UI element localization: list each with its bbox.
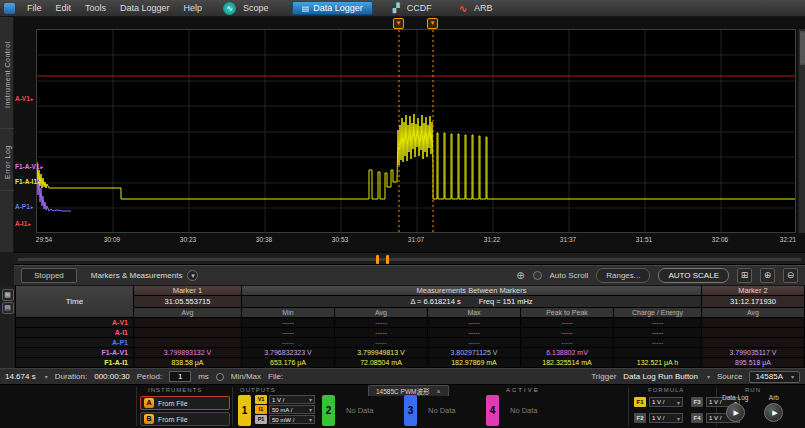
cell: 182.97869 mA (428, 358, 521, 368)
ranges-button[interactable]: Ranges... (596, 268, 650, 283)
p1-scale-select[interactable]: 50 mW / ▾ (269, 415, 315, 424)
i1-scale-select[interactable]: 50 mA / ▾ (269, 405, 315, 414)
waveform-plot[interactable] (36, 29, 796, 233)
toolbar-scope-button[interactable]: Scope (236, 0, 276, 16)
axis-label-a-i1[interactable]: A-I1▸ (15, 220, 31, 228)
horizontal-scrollbar[interactable] (14, 252, 805, 265)
scroll-marker-2-tick[interactable] (386, 255, 389, 264)
row-label-a-p1[interactable]: A-P1 (16, 338, 134, 348)
channel-1-power-row: P1 50 mW / ▾ (255, 415, 315, 424)
axis-label-f1-a-i1[interactable]: F1-A-I1▸ (15, 178, 41, 186)
x-axis-labels: 29:54 30:09 30:23 30:38 30:53 31:07 31:2… (36, 236, 796, 246)
axis-label-a-v1[interactable]: A-V1▸ (15, 95, 33, 103)
toolbar-ccdf-button[interactable]: CCDF (400, 0, 439, 16)
data-log-play-button[interactable]: ▶ (726, 403, 745, 422)
from-file-label: From File (158, 400, 188, 407)
zoom-out-icon[interactable]: ⊖ (783, 268, 798, 283)
menu-help[interactable]: Help (177, 0, 210, 16)
menu-edit[interactable]: Edit (49, 0, 79, 16)
cell (614, 348, 702, 358)
vertical-scrollbar[interactable] (798, 29, 805, 233)
timebase-value[interactable]: 14.674 s (5, 372, 36, 381)
cell: 653.176 μA (242, 358, 335, 368)
waveform-svg (37, 30, 795, 232)
source-select[interactable]: 14585A ▾ (749, 371, 800, 383)
markers-measurements-dropdown[interactable]: Markers & Measurements ▾ (91, 270, 199, 281)
period-input[interactable] (169, 371, 191, 382)
f4-chip[interactable]: F4 (691, 413, 703, 423)
toolbar-data-logger-button[interactable]: ▤ Data Logger (292, 1, 373, 15)
outputs-section-label: OUTPUTS (240, 387, 276, 393)
trigger-value[interactable]: Data Log Run Button (623, 372, 698, 381)
cell: ----- (428, 318, 521, 328)
x-tick-label: 31:22 (477, 236, 507, 243)
axis-arrow-icon: ▸ (38, 179, 41, 185)
row-label-a-v1[interactable]: A-V1 (16, 318, 134, 328)
f1-chip[interactable]: F1 (634, 397, 646, 407)
tab-instrument-control[interactable]: Instrument Control (0, 21, 14, 129)
marker1-avg-subheader: Avg (134, 308, 242, 318)
x-tick-label: 32:21 (773, 236, 803, 243)
stopped-button[interactable]: Stopped (21, 268, 77, 283)
f1-scale-select[interactable]: 1 V / ▾ (649, 397, 683, 407)
axis-label-f1-a-v1[interactable]: F1-A-V1▸ (15, 163, 43, 171)
f2-chip[interactable]: F2 (634, 413, 646, 423)
v1-chip: V1 (255, 395, 267, 404)
x-tick-label: 32:06 (705, 236, 735, 243)
close-icon[interactable]: × (436, 388, 440, 395)
auto-scroll-toggle[interactable] (533, 271, 542, 280)
zoom-in-icon[interactable]: ⊕ (760, 268, 775, 283)
fit-screen-icon[interactable]: ⊞ (737, 268, 752, 283)
auto-scale-button[interactable]: AUTO SCALE (658, 268, 729, 283)
row-label-f1-a-v1[interactable]: F1-A-V1 (16, 348, 134, 358)
row-label-f1-a-i1[interactable]: F1-A-I1 (16, 358, 134, 368)
arb-play-button[interactable]: ▶ (764, 403, 783, 422)
x-tick-label: 30:53 (325, 236, 355, 243)
pan-icon[interactable]: ⊕ (516, 270, 524, 281)
channel-4-badge[interactable]: 4 (486, 395, 499, 426)
cell: ----- (521, 328, 614, 338)
row-label-a-i1[interactable]: A-I1 (16, 328, 134, 338)
menu-file[interactable]: File (20, 0, 49, 16)
marker-2-handle[interactable]: ▼ (427, 18, 438, 29)
chevron-down-icon[interactable]: ▾ (45, 373, 48, 380)
vertical-scrollbar-thumb[interactable] (800, 31, 805, 65)
tab-error-log[interactable]: Error Log (0, 135, 14, 191)
channel-1-badge[interactable]: 1 (238, 395, 251, 426)
scroll-marker-1-tick[interactable] (376, 255, 379, 264)
x-tick-label: 31:51 (629, 236, 659, 243)
grid-view-icon[interactable]: ▦ (2, 289, 14, 301)
minmax-radio[interactable] (216, 373, 224, 381)
file-label: File: (268, 372, 283, 381)
axis-label-a-p1[interactable]: A-P1▸ (15, 203, 33, 211)
cell (134, 338, 242, 348)
chevron-down-icon: ▾ (677, 415, 680, 422)
formula-f1: F1 1 V / ▾ (634, 396, 683, 408)
cell: ----- (242, 338, 335, 348)
channel-2-badge[interactable]: 2 (322, 395, 335, 426)
cell (702, 328, 805, 338)
channel-3-badge[interactable]: 3 (404, 395, 417, 426)
axis-arrow-icon: ▸ (31, 96, 34, 102)
active-label: ACTIVE (506, 387, 540, 393)
chevron-down-icon[interactable]: ▾ (707, 373, 710, 380)
marker-1-handle[interactable]: ▼ (393, 18, 404, 29)
menu-tools[interactable]: Tools (78, 0, 113, 16)
menu-data-logger[interactable]: Data Logger (113, 0, 177, 16)
f2-scale-select[interactable]: 1 V / ▾ (649, 413, 683, 423)
measurements-table: ▦ ▤ Time Marker 1 Measurements Between M… (0, 286, 805, 368)
i1-chip: I1 (255, 405, 267, 414)
v1-scale-select[interactable]: 1 V / ▾ (269, 395, 315, 404)
instrument-b-from-file-button[interactable]: B From File (140, 412, 230, 426)
cell: ----- (242, 318, 335, 328)
divider (136, 387, 137, 426)
f3-chip[interactable]: F3 (691, 397, 703, 407)
instrument-a-from-file-button[interactable]: A From File (140, 396, 230, 410)
trigger-label: Trigger (591, 372, 616, 381)
acquisition-controls-bar: 14.674 s ▾ Duration: 000:00:30 Period: m… (0, 368, 805, 384)
period-unit: ms (198, 372, 209, 381)
toolbar-arb-button[interactable]: ARB (467, 0, 500, 16)
list-view-icon[interactable]: ▤ (2, 302, 14, 314)
scrollbar-track[interactable] (18, 258, 801, 261)
cell (702, 318, 805, 328)
